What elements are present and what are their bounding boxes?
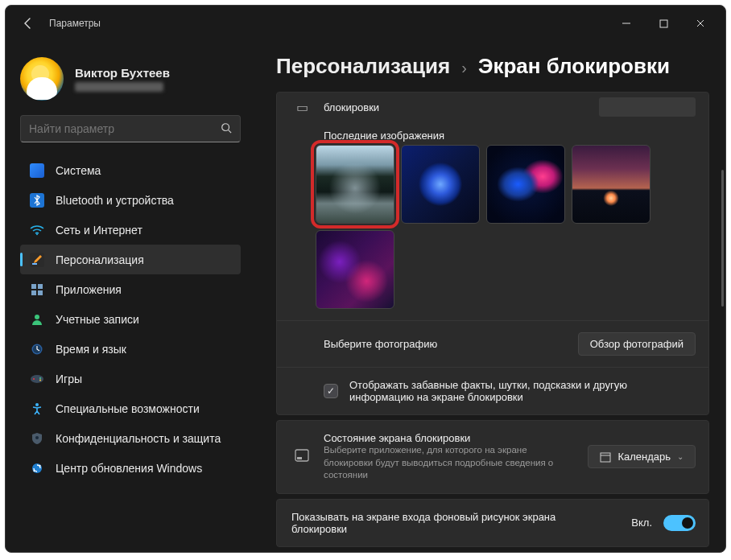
search-input[interactable] (20, 115, 241, 142)
nav-label: Система (56, 164, 101, 177)
chevron-right-icon: › (461, 59, 467, 77)
update-icon (30, 461, 44, 476)
apps-icon (30, 282, 44, 297)
thumbnail-2[interactable] (401, 145, 480, 224)
thumbnail-5[interactable] (316, 230, 394, 309)
nav-accessibility[interactable]: Специальные возможности (20, 393, 241, 423)
minimize-button[interactable] (608, 12, 645, 35)
user-display-name: Виктор Бухтеев (75, 66, 170, 80)
svg-rect-9 (38, 290, 43, 295)
svg-rect-1 (660, 20, 667, 27)
search-field[interactable] (29, 122, 221, 135)
nav-label: Игры (56, 373, 82, 385)
nav-personalization[interactable]: Персонализация (20, 245, 241, 274)
main-content: Персонализация › Экран блокировки ▭ блок… (254, 41, 725, 552)
status-title: Состояние экрана блокировки (324, 432, 576, 444)
svg-point-2 (222, 123, 229, 130)
nav-label: Приложения (56, 283, 122, 296)
svg-point-10 (35, 315, 39, 319)
svg-point-4 (36, 233, 38, 235)
svg-point-14 (33, 378, 35, 380)
breadcrumb-parent[interactable]: Персонализация (276, 54, 450, 79)
status-app-dropdown[interactable]: Календарь ⌄ (588, 445, 696, 468)
chevron-down-icon: ⌄ (677, 452, 684, 461)
clock-icon (30, 342, 44, 356)
svg-rect-8 (31, 290, 36, 295)
window-title: Параметры (49, 18, 101, 29)
thumbnail-1[interactable] (316, 145, 394, 224)
thumbnail-4[interactable] (572, 145, 650, 224)
nav-label: Конфиденциальность и защита (56, 432, 221, 445)
svg-point-17 (35, 403, 39, 406)
choose-photo-label: Выберите фотографию (324, 338, 437, 350)
recent-thumbnails (277, 145, 708, 320)
svg-rect-7 (38, 284, 43, 289)
browse-photos-button[interactable]: Обзор фотографий (578, 332, 696, 356)
dropdown-collapsed[interactable] (599, 97, 696, 117)
fun-facts-checkbox[interactable]: ✓ (324, 384, 338, 398)
scrollbar[interactable] (721, 170, 724, 307)
svg-rect-6 (31, 284, 36, 289)
brush-icon (30, 253, 44, 267)
shield-icon (30, 431, 44, 446)
svg-point-18 (35, 436, 39, 439)
back-button[interactable] (15, 10, 41, 36)
close-icon (696, 19, 705, 28)
minimize-icon (622, 19, 631, 28)
thumbnail-3[interactable] (486, 145, 565, 224)
nav-label: Bluetooth и устройства (56, 194, 174, 207)
truncated-label: блокировки (324, 101, 379, 113)
svg-rect-22 (601, 453, 610, 462)
nav-privacy[interactable]: Конфиденциальность и защита (20, 423, 241, 453)
svg-rect-5 (32, 263, 37, 265)
breadcrumb: Персонализация › Экран блокировки (276, 54, 709, 79)
show-background-panel[interactable]: Показывать на экране входа фоновый рисун… (276, 499, 709, 547)
nav-apps[interactable]: Приложения (20, 274, 241, 304)
search-icon (221, 122, 232, 136)
nav-label: Центр обновления Windows (56, 462, 202, 475)
gaming-icon (30, 372, 44, 386)
picture-icon: ▭ (291, 100, 312, 115)
nav-list: Система Bluetooth и устройства Сеть и Ин… (20, 155, 241, 483)
maximize-icon (659, 19, 668, 28)
status-desc: Выберите приложение, для которого на экр… (324, 444, 576, 482)
nav-windows-update[interactable]: Центр обновления Windows (20, 453, 241, 483)
breadcrumb-current: Экран блокировки (478, 54, 670, 79)
sidebar: Виктор Бухтеев Система (6, 41, 254, 552)
lock-screen-status-panel[interactable]: Состояние экрана блокировки Выберите при… (276, 420, 709, 494)
nav-accounts[interactable]: Учетные записи (20, 304, 241, 334)
svg-point-16 (39, 379, 41, 381)
titlebar: Параметры (6, 6, 725, 41)
bluetooth-icon (30, 193, 44, 208)
nav-label: Персонализация (56, 253, 144, 266)
svg-line-3 (229, 130, 232, 133)
person-icon (30, 312, 44, 327)
accessibility-icon (30, 401, 44, 416)
show-bg-toggle[interactable] (663, 515, 696, 531)
nav-network[interactable]: Сеть и Интернет (20, 215, 241, 245)
system-icon (30, 163, 44, 178)
nav-label: Учетные записи (56, 313, 139, 326)
svg-point-15 (39, 377, 41, 379)
nav-label: Сеть и Интернет (56, 224, 142, 237)
close-button[interactable] (682, 12, 719, 35)
nav-bluetooth[interactable]: Bluetooth и устройства (20, 185, 241, 215)
nav-label: Время и язык (56, 343, 126, 356)
nav-gaming[interactable]: Игры (20, 364, 241, 393)
user-email-redacted (75, 82, 163, 92)
toggle-state: Вкл. (631, 517, 652, 529)
settings-window: Параметры Виктор Бухтеев (5, 5, 726, 553)
nav-system[interactable]: Система (20, 155, 241, 185)
calendar-icon (600, 451, 611, 463)
nav-label: Специальные возможности (56, 402, 200, 415)
nav-time-language[interactable]: Время и язык (20, 334, 241, 364)
user-profile[interactable]: Виктор Бухтеев (20, 57, 241, 101)
background-panel: ▭ блокировки Последние изображения (276, 92, 709, 415)
maximize-button[interactable] (645, 12, 682, 35)
window-controls (608, 12, 719, 35)
recent-images-label: Последние изображения (324, 130, 444, 142)
svg-rect-21 (297, 457, 302, 459)
avatar (20, 57, 64, 101)
show-bg-label: Показывать на экране входа фоновый рисун… (291, 511, 581, 535)
status-icon (291, 447, 312, 467)
